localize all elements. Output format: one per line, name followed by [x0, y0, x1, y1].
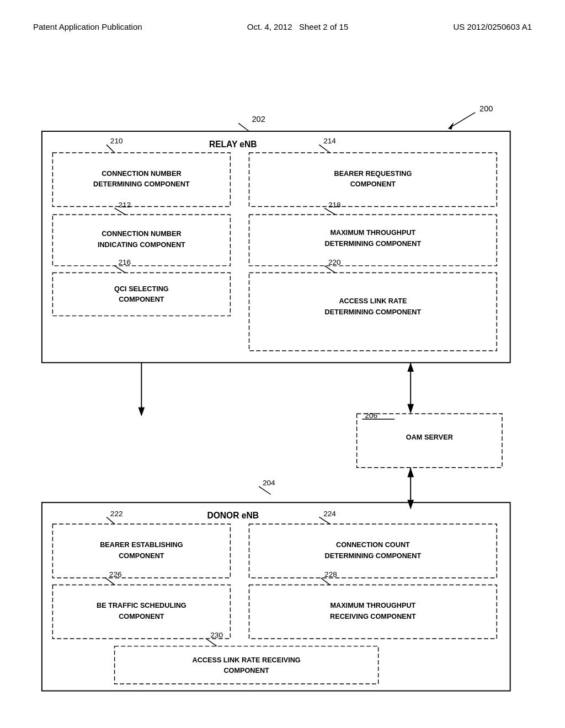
svg-line-5	[106, 144, 115, 153]
svg-marker-25	[407, 468, 414, 478]
svg-line-15	[324, 266, 335, 273]
comp-220-line2: DETERMINING COMPONENT	[325, 308, 422, 316]
svg-rect-32	[249, 524, 497, 578]
ref-214-label: 214	[323, 137, 336, 145]
ref-200-label: 200	[479, 104, 493, 113]
svg-line-13	[324, 208, 335, 215]
ref-202-label: 202	[252, 115, 265, 124]
comp-214-line1: BEARER REQUESTING	[334, 170, 412, 178]
comp-220-line1: ACCESS LINK RATE	[339, 297, 407, 305]
comp-216-line1: QCI SELECTING	[114, 285, 169, 293]
comp-226-line1: BE TRAFFIC SCHEDULING	[97, 602, 186, 609]
ref-216-label: 216	[118, 258, 131, 266]
ref-218-label: 218	[328, 201, 341, 209]
svg-line-7	[115, 208, 126, 215]
svg-line-3	[238, 123, 249, 131]
svg-rect-34	[249, 585, 497, 639]
svg-rect-8	[52, 273, 230, 316]
comp-216-line2: COMPONENT	[119, 296, 164, 303]
svg-line-29	[106, 517, 115, 524]
comp-224-line2: DETERMINING COMPONENT	[325, 552, 422, 560]
comp-210-line2: DETERMINING COMPONENT	[93, 180, 190, 188]
svg-rect-10	[249, 153, 497, 207]
svg-line-33	[319, 517, 330, 524]
ref-204-label: 204	[263, 479, 275, 487]
ref-226-label: 226	[109, 570, 122, 579]
comp-224-line1: CONNECTION COUNT	[336, 541, 410, 549]
comp-222-line1: BEARER ESTABLISHING	[100, 541, 183, 549]
comp-218-line2: DETERMINING COMPONENT	[325, 240, 422, 248]
publication-label: Patent Application Publication	[33, 22, 142, 31]
svg-rect-30	[52, 585, 230, 639]
ref-220-label: 220	[328, 258, 341, 266]
comp-218-line1: MAXIMUM THROUGHPUT	[330, 229, 415, 237]
svg-marker-24	[407, 500, 414, 510]
diagram-area: 200 202 RELAY eNB 210 CONNECTION NUMBER …	[0, 42, 565, 704]
svg-rect-4	[52, 153, 230, 207]
comp-226-line2: COMPONENT	[119, 613, 164, 620]
ref-222-label: 222	[110, 510, 123, 518]
comp-230-line2: COMPONENT	[223, 667, 269, 675]
header-date-sheet: Oct. 4, 2012 Sheet 2 of 15	[247, 22, 348, 31]
svg-line-26	[259, 486, 270, 495]
svg-marker-19	[407, 404, 414, 414]
svg-line-9	[115, 266, 126, 273]
svg-line-31	[105, 578, 115, 585]
ref-212-label: 212	[118, 201, 131, 209]
svg-marker-17	[138, 407, 145, 416]
svg-rect-36	[115, 646, 379, 684]
ref-210-label: 210	[110, 137, 123, 145]
svg-line-35	[321, 578, 330, 585]
ref-228-label: 228	[324, 570, 337, 579]
comp-230-line1: ACCESS LINK RATE RECEIVING	[193, 656, 301, 664]
relay-enb-title: RELAY eNB	[209, 140, 257, 149]
ref-230-label: 230	[210, 631, 223, 639]
patent-diagram: 200 202 RELAY eNB 210 CONNECTION NUMBER …	[0, 42, 565, 704]
svg-rect-28	[52, 524, 230, 578]
page-header: Patent Application Publication Oct. 4, 2…	[0, 0, 565, 31]
svg-marker-20	[407, 362, 414, 372]
comp-oam-line1: OAM SERVER	[406, 433, 453, 441]
comp-228-line1: MAXIMUM THROUGHPUT	[330, 602, 415, 609]
comp-222-line2: COMPONENT	[119, 552, 164, 560]
comp-212-line1: CONNECTION NUMBER	[102, 230, 181, 238]
svg-rect-6	[52, 215, 230, 266]
patent-number: US 2012/0250603 A1	[453, 22, 532, 31]
ref-224-label: 224	[323, 510, 336, 518]
comp-212-line2: INDICATING COMPONENT	[98, 241, 185, 249]
donor-enb-title: DONOR eNB	[207, 511, 259, 520]
ref-206-label: 206	[365, 411, 377, 420]
svg-line-11	[319, 144, 330, 153]
comp-210-line1: CONNECTION NUMBER	[102, 170, 181, 178]
comp-228-line2: RECEIVING COMPONENT	[330, 613, 416, 620]
comp-214-line2: COMPONENT	[350, 180, 396, 188]
svg-line-37	[206, 639, 217, 646]
